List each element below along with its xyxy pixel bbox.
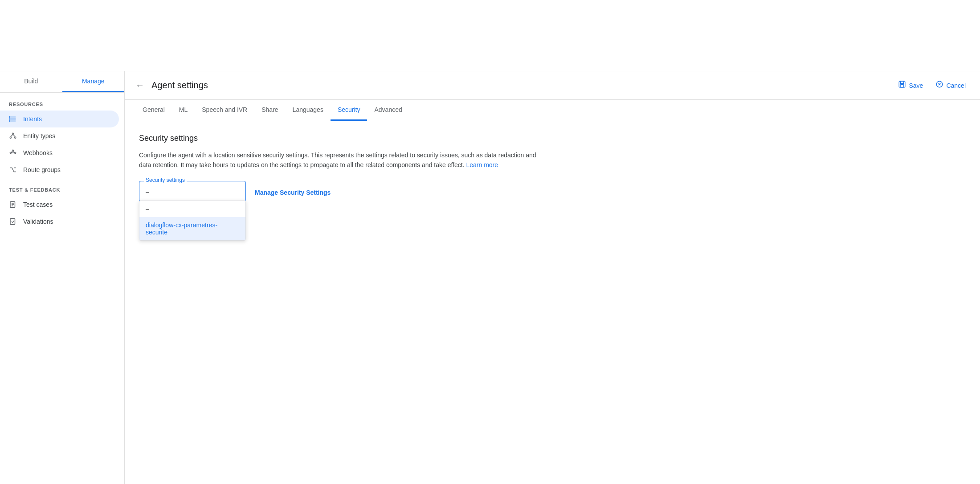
- sidebar-item-validations-label: Validations: [23, 218, 53, 225]
- cancel-label: Cancel: [946, 82, 966, 89]
- sidebar: Build Manage RESOURCES Intents: [0, 71, 125, 484]
- tab-speech-ivr[interactable]: Speech and IVR: [195, 100, 254, 121]
- sidebar-item-test-cases[interactable]: Test cases: [0, 196, 119, 213]
- cancel-icon: [935, 80, 943, 90]
- testcase-icon: [9, 201, 17, 209]
- svg-rect-2: [10, 121, 16, 122]
- sidebar-item-entity-types[interactable]: Entity types: [0, 127, 119, 144]
- route-icon: [9, 166, 17, 174]
- dropdown-option-empty[interactable]: –: [139, 201, 245, 217]
- dropdown-container: Security settings – – dialogflow-cx-para…: [139, 181, 246, 201]
- svg-line-9: [11, 134, 13, 137]
- svg-rect-4: [9, 119, 10, 120]
- sidebar-item-route-groups[interactable]: Route groups: [0, 161, 119, 178]
- svg-point-13: [15, 152, 16, 154]
- svg-point-11: [10, 152, 11, 154]
- svg-rect-1: [10, 119, 16, 119]
- security-settings-dropdown[interactable]: Security settings –: [139, 181, 246, 201]
- tab-general[interactable]: General: [135, 100, 172, 121]
- svg-rect-21: [10, 218, 15, 225]
- top-bar: [0, 0, 980, 71]
- sidebar-tabs: Build Manage: [0, 71, 124, 93]
- svg-rect-24: [901, 85, 903, 87]
- content-header: ← Agent settings Save: [125, 71, 980, 100]
- tab-manage[interactable]: Manage: [62, 71, 125, 92]
- list-icon: [9, 115, 17, 123]
- cancel-button[interactable]: Cancel: [932, 78, 969, 93]
- save-button[interactable]: Save: [894, 78, 927, 93]
- sidebar-item-route-groups-label: Route groups: [23, 166, 61, 173]
- manage-security-link[interactable]: Manage Security Settings: [255, 185, 331, 201]
- svg-rect-3: [9, 116, 10, 118]
- dropdown-menu: – dialogflow-cx-parametres-securite: [139, 201, 246, 241]
- test-section-label: TEST & FEEDBACK: [0, 178, 124, 196]
- back-button[interactable]: ←: [135, 80, 144, 90]
- resources-section-label: RESOURCES: [0, 93, 124, 111]
- learn-more-link[interactable]: Learn more: [466, 161, 498, 168]
- tab-languages[interactable]: Languages: [286, 100, 331, 121]
- sidebar-item-intents[interactable]: Intents: [0, 111, 119, 127]
- dropdown-value: –: [139, 181, 245, 201]
- tab-security[interactable]: Security: [331, 100, 368, 121]
- svg-point-6: [12, 133, 14, 134]
- svg-point-7: [10, 137, 11, 138]
- svg-point-8: [15, 137, 16, 138]
- tabs-bar: General ML Speech and IVR Share Language…: [125, 100, 980, 121]
- dropdown-label: Security settings: [144, 177, 187, 183]
- save-icon: [898, 80, 906, 90]
- tab-ml[interactable]: ML: [172, 100, 195, 121]
- settings-row: Security settings – – dialogflow-cx-para…: [139, 181, 966, 201]
- sidebar-item-test-cases-label: Test cases: [23, 201, 53, 208]
- svg-rect-5: [9, 120, 10, 122]
- security-section-title: Security settings: [139, 134, 966, 143]
- sidebar-item-intents-label: Intents: [23, 115, 42, 123]
- security-section-desc: Configure the agent with a location sens…: [139, 150, 540, 170]
- header-actions: Save Cancel: [894, 78, 969, 93]
- tab-share[interactable]: Share: [254, 100, 285, 121]
- svg-point-12: [12, 150, 14, 151]
- entity-icon: [9, 132, 17, 140]
- svg-line-10: [13, 134, 15, 137]
- tab-advanced[interactable]: Advanced: [367, 100, 409, 121]
- webhook-icon: [9, 149, 17, 157]
- svg-rect-0: [10, 117, 16, 118]
- sidebar-item-validations[interactable]: Validations: [0, 213, 119, 230]
- validation-icon: [9, 217, 17, 226]
- sidebar-item-webhooks-label: Webhooks: [23, 149, 53, 156]
- dropdown-option-value[interactable]: dialogflow-cx-parametres-securite: [139, 217, 245, 240]
- main-content: Security settings Configure the agent wi…: [125, 121, 980, 484]
- svg-rect-23: [901, 81, 904, 83]
- main-layout: Build Manage RESOURCES Intents: [0, 71, 980, 484]
- tab-build[interactable]: Build: [0, 71, 62, 92]
- save-label: Save: [909, 82, 923, 89]
- content-area: ← Agent settings Save: [125, 71, 980, 484]
- sidebar-item-entity-types-label: Entity types: [23, 132, 55, 139]
- page-title: Agent settings: [151, 80, 887, 90]
- sidebar-item-webhooks[interactable]: Webhooks: [0, 144, 119, 161]
